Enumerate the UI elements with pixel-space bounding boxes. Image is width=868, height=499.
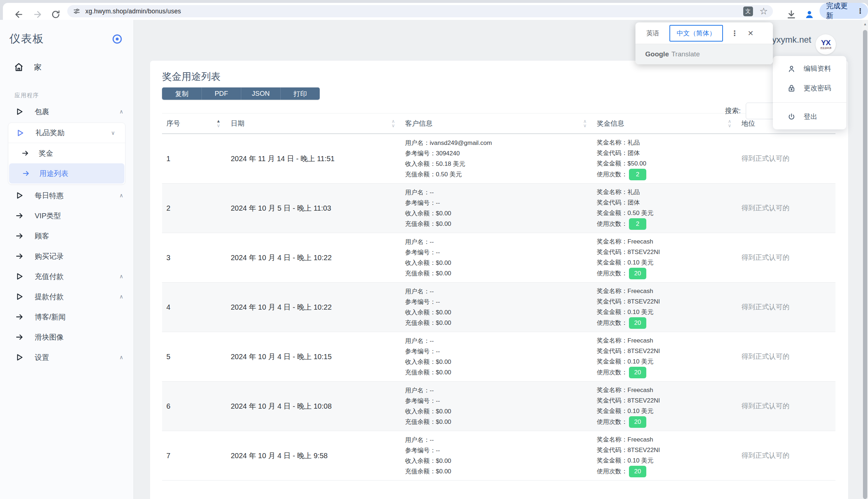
avatar[interactable]: YX 优选源码库 xyxy=(816,34,836,55)
sidebar-item-daily-deals[interactable]: 每日特惠 ∧ xyxy=(0,185,133,206)
print-button[interactable]: 打印 xyxy=(280,87,320,100)
bonus-amount-value: 0.10 美元 xyxy=(627,257,654,268)
recharge-value: $0.00 xyxy=(436,268,451,279)
ref-label: 参考编号： xyxy=(405,198,436,208)
sidebar: 仪表板 家 应用程序 包裹 ∧ 礼品奖励 ∨ 奖金 用途列表 每日特 xyxy=(0,20,134,499)
back-button[interactable] xyxy=(14,9,24,20)
sort-down-icon: ∨ xyxy=(391,124,395,128)
chevron-down-icon: ∨ xyxy=(111,130,115,136)
triangle-icon xyxy=(15,353,24,362)
sidebar-item-slider-images[interactable]: 滑块图像 xyxy=(0,327,133,347)
translate-tab-english[interactable]: 英语 xyxy=(646,29,659,38)
table-row: 5 2024 年 10 月 4 日 - 晚上 10:15 用户名：-- 参考编号… xyxy=(162,332,835,382)
recharge-label: 充值余额： xyxy=(405,318,436,328)
target-icon[interactable] xyxy=(112,34,123,44)
finish-update-chip[interactable]: 完成更新 ⋮ xyxy=(820,3,868,19)
cell-date: 2024 年 10 月 4 日 - 晚上 9:58 xyxy=(231,431,405,480)
sidebar-item-withdrawal-payments[interactable]: 提款付款 ∧ xyxy=(0,287,133,307)
bonus-amount-label: 奖金金额： xyxy=(597,455,627,466)
scroll-up-arrow[interactable]: ▲ xyxy=(862,22,868,26)
bonus-name-value: Freecash xyxy=(627,286,653,296)
sidebar-item-customers[interactable]: 顾客 xyxy=(0,226,133,246)
arrow-right-icon xyxy=(15,333,24,341)
column-header-no[interactable]: 序号 ▲∨ xyxy=(162,113,231,133)
sidebar-item-home[interactable]: 家 xyxy=(0,59,133,76)
chip-menu-icon[interactable]: ⋮ xyxy=(857,7,864,15)
address-bar[interactable]: xg.hwym.shop/admin/bonus/uses 文 ☆ xyxy=(67,5,773,17)
cell-customer-info: 用户名：-- 参考编号：-- 收入余额：$0.00 充值余额：$0.00 xyxy=(405,332,597,381)
downloads-icon[interactable] xyxy=(786,9,797,20)
translate-tab-chinese-selected[interactable]: 中文（简体） xyxy=(669,25,723,42)
menu-item-change-password[interactable]: 更改密码 xyxy=(773,78,846,98)
more-options-icon[interactable]: ⋮ xyxy=(731,29,738,38)
bonus-name-label: 奖金名称： xyxy=(597,187,627,197)
user-dropdown-menu: 编辑资料 更改密码 登出 xyxy=(773,56,846,129)
pdf-button[interactable]: PDF xyxy=(201,87,241,100)
sidebar-item-blog-news[interactable]: 博客/新闻 xyxy=(0,307,133,327)
bonus-name-label: 奖金名称： xyxy=(597,286,627,296)
recharge-value: 0.50 美元 xyxy=(436,169,462,180)
copy-button[interactable]: 复制 xyxy=(162,87,201,100)
browser-toolbar: xg.hwym.shop/admin/bonus/uses 文 ☆ 完成更新 ⋮ xyxy=(3,3,868,20)
menu-item-edit-profile[interactable]: 编辑资料 xyxy=(773,59,846,78)
bonus-name-label: 奖金名称： xyxy=(597,335,627,346)
uses-label: 使用次数： xyxy=(597,169,627,180)
apps-section-label: 应用程序 xyxy=(14,92,133,99)
username-label: 用户名： xyxy=(405,435,430,445)
sidebar-item-purchase-records[interactable]: 购买记录 xyxy=(0,246,133,266)
sidebar-item-recharge-payments[interactable]: 充值付款 ∧ xyxy=(0,266,133,287)
power-icon xyxy=(787,113,796,121)
uses-label: 使用次数： xyxy=(597,318,627,328)
menu-item-logout[interactable]: 登出 xyxy=(773,107,846,126)
sidebar-item-package[interactable]: 包裹 ∧ xyxy=(0,102,133,122)
chevron-up-icon: ∧ xyxy=(119,354,123,361)
uses-count-badge: 2 xyxy=(629,169,646,180)
sidebar-item-bonus[interactable]: 奖金 xyxy=(8,143,125,163)
ref-label: 参考编号： xyxy=(405,148,436,159)
sort-down-icon: ∨ xyxy=(728,124,731,128)
income-value: $0.00 xyxy=(436,456,451,466)
ref-label: 参考编号： xyxy=(405,247,436,258)
sidebar-item-uses-list[interactable]: 用途列表 xyxy=(9,163,124,184)
recharge-value: $0.00 xyxy=(436,367,451,378)
close-icon[interactable]: ✕ xyxy=(748,29,754,38)
uses-count-badge: 20 xyxy=(629,268,646,279)
sidebar-item-settings[interactable]: 设置 ∧ xyxy=(0,347,133,367)
table-row: 3 2024 年 10 月 4 日 - 晚上 10:22 用户名：-- 参考编号… xyxy=(162,233,835,283)
bonus-amount-label: 奖金金额： xyxy=(597,307,627,317)
bonus-code-value: 团体 xyxy=(627,197,640,208)
cell-date: 2024 年 10 月 4 日 - 晚上 10:22 xyxy=(231,283,405,332)
bonus-amount-label: 奖金金额： xyxy=(597,257,627,268)
json-button[interactable]: JSON xyxy=(241,87,280,100)
bonus-amount-value: 0.10 美元 xyxy=(627,406,654,416)
uses-label: 使用次数： xyxy=(597,367,627,378)
bonus-code-value: 8TSEV22NI xyxy=(627,296,660,307)
avatar-logo: YX xyxy=(821,39,830,46)
sidebar-item-gift-rewards[interactable]: 礼品奖励 ∨ xyxy=(8,123,125,143)
ref-value: 3094240 xyxy=(436,148,460,159)
bonus-name-value: Freecash xyxy=(627,335,653,346)
avatar-caption: 优选源码库 xyxy=(820,47,831,50)
cell-customer-info: 用户名：-- 参考编号：-- 收入余额：$0.00 充值余额：$0.00 xyxy=(405,431,597,480)
scrollbar-thumb[interactable] xyxy=(863,30,867,499)
uses-count-badge: 20 xyxy=(629,317,646,329)
sidebar-item-vip-types[interactable]: VIP类型 xyxy=(0,206,133,226)
arrow-right-icon xyxy=(15,232,24,240)
table-row: 4 2024 年 10 月 4 日 - 晚上 10:22 用户名：-- 参考编号… xyxy=(162,283,835,332)
username-value: ivansd249@gmail.com xyxy=(430,138,492,148)
column-header-customer[interactable]: 客户信息 ∧∨ xyxy=(405,113,597,133)
table-row: 2 2024 年 10 月 5 日 - 晚上 11:03 用户名：-- 参考编号… xyxy=(162,184,835,233)
reload-button[interactable] xyxy=(51,9,61,20)
site-settings-icon[interactable] xyxy=(72,7,81,16)
person-icon xyxy=(787,65,796,73)
bookmark-star-icon[interactable]: ☆ xyxy=(760,7,768,16)
profile-icon[interactable] xyxy=(804,9,815,20)
username-value: -- xyxy=(430,435,434,445)
column-header-bonus[interactable]: 奖金信息 ∧∨ xyxy=(597,113,741,133)
uses-label: 使用次数： xyxy=(597,219,627,229)
triangle-icon xyxy=(16,129,25,137)
menu-divider xyxy=(773,102,846,103)
column-header-date[interactable]: 日期 ∧∨ xyxy=(231,113,405,133)
forward-button[interactable] xyxy=(33,9,43,20)
translate-icon[interactable]: 文 xyxy=(743,7,753,16)
